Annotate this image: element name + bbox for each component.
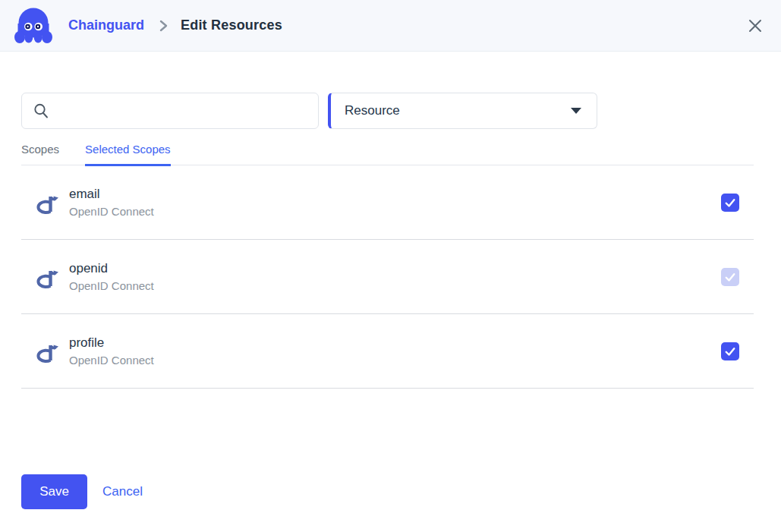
scope-provider: OpenID Connect [69, 354, 154, 367]
scope-name: email [69, 187, 154, 202]
brand-link[interactable]: Chainguard [68, 17, 144, 33]
search-input[interactable] [57, 104, 307, 118]
scope-checkbox[interactable] [721, 342, 739, 360]
scope-name: profile [69, 335, 154, 351]
search-icon [33, 102, 49, 119]
scope-text: email OpenID Connect [69, 187, 154, 218]
close-icon[interactable] [745, 15, 766, 36]
resource-dropdown-label: Resource [345, 103, 400, 118]
tab-selected-scopes[interactable]: Selected Scopes [85, 143, 171, 166]
scope-text: profile OpenID Connect [69, 335, 154, 367]
page-title: Edit Resources [181, 17, 282, 33]
modal-body: Resource ScopesSelected Scopes email Ope… [21, 93, 754, 509]
openid-connect-icon [34, 262, 58, 292]
tab-bar: ScopesSelected Scopes [21, 143, 754, 165]
scope-checkbox [721, 268, 739, 286]
search-box [21, 93, 319, 129]
scope-checkbox[interactable] [721, 194, 739, 212]
cancel-link[interactable]: Cancel [102, 484, 143, 499]
chainguard-octopus-logo-icon [12, 7, 55, 45]
modal-header: Chainguard Edit Resources [0, 0, 781, 52]
scope-list: email OpenID Connect openid OpenID Conne… [21, 165, 754, 389]
scope-name: openid [69, 261, 154, 276]
caret-down-icon [571, 108, 581, 114]
scope-row: profile OpenID Connect [21, 314, 754, 389]
resource-dropdown[interactable]: Resource [328, 93, 597, 129]
scope-row: openid OpenID Connect [21, 240, 754, 314]
scope-provider: OpenID Connect [69, 279, 154, 292]
scope-text: openid OpenID Connect [69, 261, 154, 292]
tab-scopes[interactable]: Scopes [21, 143, 59, 165]
openid-connect-icon [34, 336, 58, 367]
filter-bar: Resource [21, 93, 754, 129]
openid-connect-icon [34, 187, 58, 218]
action-bar: Save Cancel [21, 474, 754, 509]
scope-provider: OpenID Connect [69, 205, 154, 218]
chevron-right-icon [158, 20, 168, 32]
scope-row: email OpenID Connect [21, 165, 754, 240]
save-button[interactable]: Save [21, 474, 87, 509]
